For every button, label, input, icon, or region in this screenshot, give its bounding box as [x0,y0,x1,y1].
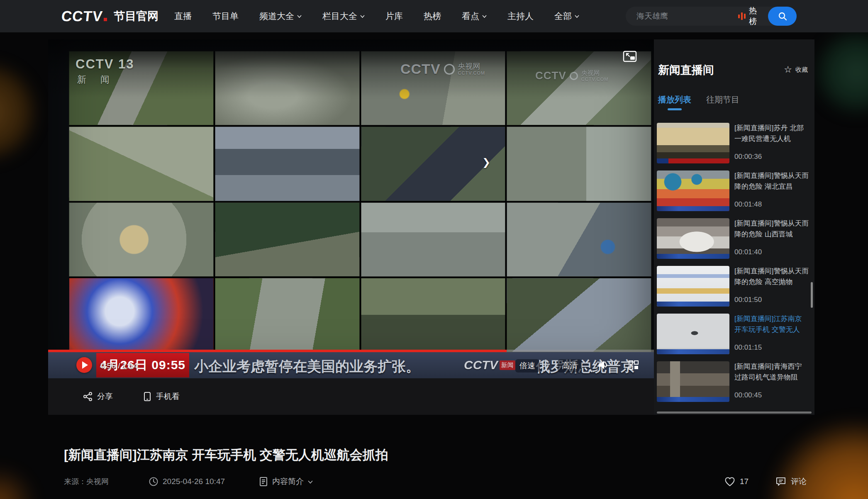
chevron-down-icon [360,14,365,19]
nav-item-hosts[interactable]: 主持人 [507,10,534,22]
thumbnail-caption-strip [657,206,729,211]
share-icon [83,392,93,402]
surveillance-camera-wall [69,51,651,352]
nav-item-library[interactable]: 片库 [385,10,403,22]
camera-tile [361,278,506,352]
nav-item-hot-list[interactable]: 热榜 [424,10,441,22]
star-icon: ☆ [784,65,792,74]
thumbnail-caption-strip [657,254,729,259]
playlist-item-title: [新闻直播间]苏丹 北部一难民营遭无人机 [734,123,810,144]
news-ticker-text: 小企业考虑暂停在美国的业务扩张。 [194,357,420,376]
news-ticker-text-right: 俄罗斯总统普京 [536,357,635,376]
quality-button[interactable]: 高清 [558,359,582,372]
playlist-item[interactable]: [新闻直播间]警惕从天而降的危险 山西晋城 00:01:40 [654,218,814,259]
top-navigation-bar: CCTV 节目官网 直播 节目单 频道大全 栏目大全 片库 热榜 看点 主持人 … [0,0,868,32]
tab-playlist[interactable]: 播放列表 [658,94,691,110]
sidebar-tabs: 播放列表 往期节目 [658,94,739,110]
favorite-label: 收藏 [795,66,808,74]
nav-item-channels[interactable]: 频道大全 [259,10,302,22]
watermark-ring-icon [570,72,578,80]
thumbnail-caption-strip [657,349,729,354]
playlist-item-active[interactable]: [新闻直播间]江苏南京 开车玩手机 交警无人 00:01:15 [654,314,814,354]
watch-on-mobile-label: 手机看 [156,391,180,402]
decor-circle-top-left [0,62,37,162]
nav-item-all[interactable]: 全部 [554,10,579,22]
progress-bar[interactable] [48,350,654,352]
share-button[interactable]: 分享 [83,378,113,415]
hot-ranking-label: 热榜 [749,5,762,27]
search-button[interactable] [768,7,797,26]
video-thumbnail [657,266,729,307]
search-input[interactable] [626,7,738,26]
scrollbar-thumb[interactable] [811,282,813,308]
playlist-item[interactable]: [新闻直播间]警惕从天而降的危险 高空抛物 00:01:50 [654,266,814,307]
playlist-item-duration: 00:00:45 [734,391,762,399]
playlist-item[interactable]: [新闻直播间]警惕从天而降的危险 湖北宜昌 00:01:48 [654,170,814,211]
play-pause-button[interactable] [76,357,92,373]
time-display: 0:56 / 1:14 [100,361,138,370]
play-icon [82,361,88,369]
camera-tile [507,127,651,201]
like-count: 17 [740,477,749,486]
comment-button[interactable]: 评论 [775,475,807,489]
cctv-site-watermark-small: CCTV 央视网 CCTV.COM [535,69,608,82]
watch-on-mobile-button[interactable]: 手机看 [143,378,180,415]
playback-speed-button[interactable]: 倍速 [515,359,539,372]
tab-past-episodes[interactable]: 往期节目 [706,94,739,110]
thumbnail-caption-strip [657,302,729,307]
camera-tile [215,202,360,277]
video-thumbnail [657,123,729,163]
cctv-site-watermark: CCTV 央视网 CCTV.COM [400,61,485,77]
nav-item-live[interactable]: 直播 [174,10,192,22]
like-button[interactable]: 17 [724,475,749,489]
main-nav: 直播 节目单 频道大全 栏目大全 片库 热榜 看点 主持人 全部 [174,0,579,32]
playlist-item-duration: 00:01:48 [734,200,762,209]
video-meta-row: 来源：央视网 2025-04-26 10:47 内容简介 17 评论 [0,475,868,489]
logo-suffix-text: 节目官网 [114,9,158,24]
playlist-item-title: [新闻直播间]警惕从天而降的危险 山西晋城 [734,218,810,240]
video-thumbnail [657,314,729,354]
playlist-item-title: [新闻直播间]江苏南京 开车玩手机 交警无人 [734,314,810,335]
share-toolbar: 分享 手机看 [48,378,654,415]
volume-icon[interactable] [597,360,609,370]
cctv13-channel-watermark: CCTV 13 新 闻 [76,57,134,86]
playlist-item-title: [新闻直播间]警惕从天而降的危险 湖北宜昌 [734,170,810,192]
search-icon [778,11,788,21]
chevron-down-icon [297,14,302,19]
thumbnail-caption-strip [657,397,729,402]
clock-icon [149,477,158,487]
progress-fill [48,350,507,352]
playlist-item-duration: 00:00:36 [734,153,762,161]
camera-tile [215,278,360,352]
playlist-item[interactable]: [新闻直播间]苏丹 北部一难民营遭无人机 00:00:36 [654,123,814,163]
video-thumbnail [657,170,729,211]
playlist-item[interactable]: [新闻直播间]青海西宁 过路司机气道异物阻 00:00:45 [654,361,814,402]
nav-item-schedule[interactable]: 节目单 [212,10,239,22]
playlist-item-title: [新闻直播间]警惕从天而降的危险 高空抛物 [734,266,810,287]
chevron-right-icon[interactable]: ❯ [482,156,490,168]
comment-icon [775,476,787,487]
thumbnail-caption-strip [657,158,729,163]
publish-datetime: 2025-04-26 10:47 [149,475,225,489]
document-icon [259,477,268,487]
camera-tile [507,202,651,277]
camera-tile [507,278,651,352]
nav-item-columns[interactable]: 栏目大全 [322,10,365,22]
favorite-button[interactable]: ☆ 收藏 [784,65,808,74]
video-thumbnail [657,361,729,402]
playlist-item-title: [新闻直播间]青海西宁 过路司机气道异物阻 [734,361,810,383]
logo-brand-text: CCTV [61,8,103,24]
picture-in-picture-icon[interactable] [623,50,637,63]
nav-item-highlights[interactable]: 看点 [462,10,487,22]
video-thumbnail [657,218,729,259]
hot-ranking-link[interactable]: 热榜 [738,5,762,27]
watermark-ring-icon [444,64,455,75]
web-fullscreen-icon[interactable] [628,360,639,370]
playlist-item-duration: 00:01:50 [734,296,762,304]
cctv-logo[interactable]: CCTV 节目官网 [61,0,158,32]
content-summary-toggle[interactable]: 内容简介 [259,475,312,489]
video-player[interactable]: CCTV 13 新 闻 CCTV 央视网 CCTV.COM CCTV 央视网 C… [48,39,654,378]
chevron-down-icon [482,14,487,19]
scrollbar-horizontal[interactable] [657,411,812,414]
camera-tile [69,127,214,201]
